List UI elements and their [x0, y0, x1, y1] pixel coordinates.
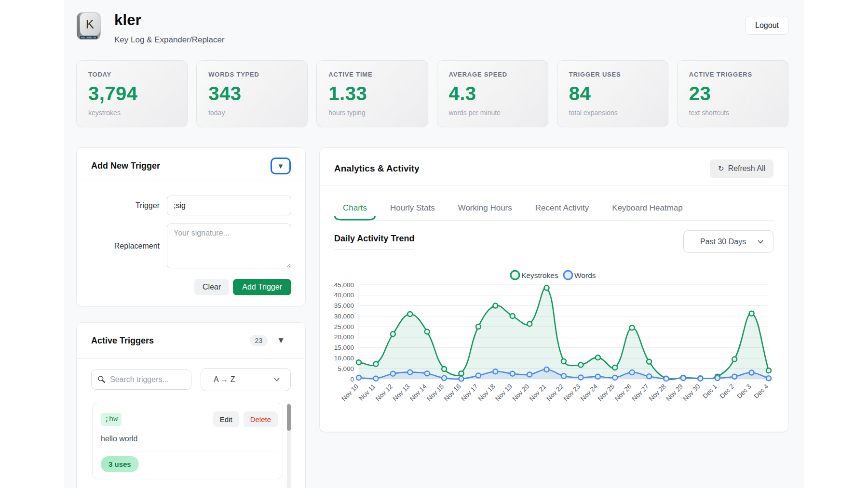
svg-text:Nov 27: Nov 27 [630, 383, 650, 403]
add-trigger-title: Add New Trigger [91, 161, 160, 171]
app-tagline: Key Log & Expander/Replacer [114, 35, 225, 45]
stat-value: 1.33 [328, 83, 416, 105]
tab-recent-activity[interactable]: Recent Activity [527, 203, 598, 220]
trigger-input[interactable] [167, 196, 291, 215]
svg-text:15,000: 15,000 [334, 344, 354, 351]
analytics-card: Analytics & Activity ↻ Refresh All Chart… [319, 147, 788, 432]
tab-charts[interactable]: Charts [334, 203, 376, 220]
trend-title: Daily Activity Trend [334, 234, 414, 250]
analytics-header: Analytics & Activity ↻ Refresh All [320, 148, 788, 186]
svg-text:0: 0 [350, 376, 354, 383]
stat-label: TRIGGER USES [569, 71, 656, 78]
trigger-controls: A → Z [77, 359, 305, 391]
stat-sublabel: words per minute [449, 109, 536, 117]
tabs-wrap: ChartsHourly StatsWorking HoursRecent Ac… [320, 186, 788, 221]
stat-card-trigger-uses: TRIGGER USES84total expansions [557, 60, 668, 127]
stat-value: 3,794 [88, 83, 176, 105]
collapse-triangle-icon[interactable]: ▼ [277, 336, 285, 345]
app-logo-keycap: K [76, 12, 101, 40]
tab-keyboard-heatmap[interactable]: Keyboard Heatmap [603, 203, 691, 220]
stat-value: 343 [208, 83, 296, 105]
stat-label: ACTIVE TIME [328, 71, 416, 78]
sort-select-value: A → Z [214, 375, 235, 384]
scrollbar-track[interactable] [287, 403, 291, 488]
add-trigger-header: Add New Trigger ▼ [77, 148, 305, 181]
tab-label: Hourly Stats [390, 203, 435, 212]
form-actions: Clear Add Trigger [91, 279, 291, 295]
svg-text:Nov 24: Nov 24 [579, 382, 599, 402]
brand: kler Key Log & Expander/Replacer [114, 12, 225, 45]
add-trigger-collapse-button[interactable]: ▼ [271, 158, 291, 174]
replacement-row: Replacement [91, 224, 291, 268]
chevron-down-icon [757, 238, 764, 246]
svg-text:Nov 18: Nov 18 [477, 383, 497, 403]
tab-label: Recent Activity [535, 203, 589, 212]
scrollbar-thumb[interactable] [287, 404, 291, 431]
svg-text:Nov 14: Nov 14 [408, 382, 428, 402]
svg-text:45,000: 45,000 [334, 281, 354, 289]
replacement-label: Replacement [91, 242, 167, 251]
logout-button[interactable]: Logout [746, 16, 788, 35]
active-triggers-card: Active Triggers 23 ▼ A [76, 322, 306, 488]
analytics-tabs: ChartsHourly StatsWorking HoursRecent Ac… [334, 186, 773, 221]
stat-value: 23 [689, 83, 776, 105]
edit-button[interactable]: Edit [213, 411, 239, 427]
svg-text:Nov 22: Nov 22 [545, 383, 565, 403]
svg-text:35,000: 35,000 [334, 302, 354, 309]
uses-row: 3 uses [101, 456, 278, 472]
chart-wrap: 05,00010,00015,00020,00025,00030,00035,0… [320, 253, 788, 415]
svg-text:Dec 2: Dec 2 [719, 383, 736, 400]
active-triggers-header: Active Triggers 23 ▼ [77, 323, 305, 359]
tab-working-hours[interactable]: Working Hours [449, 203, 521, 220]
trend-row: Daily Activity Trend Past 30 Days [320, 221, 788, 253]
trigger-item-actions: EditDelete [213, 411, 278, 427]
svg-text:Nov 15: Nov 15 [425, 383, 445, 403]
tab-label: Keyboard Heatmap [612, 203, 682, 212]
svg-text:Nov 13: Nov 13 [392, 383, 411, 403]
svg-text:Nov 16: Nov 16 [443, 383, 462, 403]
sort-select[interactable]: A → Z [201, 368, 291, 391]
stat-label: ACTIVE TRIGGERS [689, 71, 776, 78]
svg-text:Dec 1: Dec 1 [701, 383, 719, 400]
topbar: K kler Key Log & Expander/Replacer Logou… [76, 0, 788, 45]
trigger-item-divider [101, 451, 278, 451]
add-trigger-button[interactable]: Add Trigger [233, 279, 291, 295]
svg-text:5,000: 5,000 [338, 365, 354, 372]
stat-card-words-typed: WORDS TYPED343today [196, 60, 308, 127]
stat-card-active-triggers: ACTIVE TRIGGERS23text shortcuts [677, 60, 788, 127]
app-root: K kler Key Log & Expander/Replacer Logou… [64, 0, 804, 488]
svg-text:Keystrokes: Keystrokes [521, 271, 558, 279]
svg-text:Nov 12: Nov 12 [374, 383, 394, 403]
analytics-title: Analytics & Activity [334, 163, 420, 174]
active-triggers-header-right: 23 ▼ [250, 335, 291, 346]
svg-text:30,000: 30,000 [334, 313, 354, 320]
left-column: Add New Trigger ▼ Trigger Replacement Cl… [76, 147, 306, 488]
trigger-row: Trigger [91, 196, 291, 215]
refresh-all-button[interactable]: ↻ Refresh All [710, 159, 773, 178]
svg-text:20,000: 20,000 [334, 333, 354, 341]
range-select-value: Past 30 Days [700, 237, 746, 246]
svg-text:Nov 19: Nov 19 [494, 383, 514, 403]
replacement-textarea[interactable] [167, 224, 291, 268]
trigger-count-badge: 23 [250, 335, 268, 346]
delete-button[interactable]: Delete [244, 411, 278, 427]
main-grid: Add New Trigger ▼ Trigger Replacement Cl… [76, 147, 788, 488]
stat-label: WORDS TYPED [208, 71, 296, 78]
svg-text:Dec 3: Dec 3 [735, 383, 753, 400]
search-triggers-input[interactable] [91, 369, 191, 390]
trigger-item: ;hwEditDeletehello world3 uses [92, 403, 283, 479]
svg-text:Nov 25: Nov 25 [597, 383, 616, 403]
svg-text:Nov 17: Nov 17 [460, 383, 479, 403]
triangle-down-icon: ▼ [277, 162, 285, 170]
svg-text:Nov 11: Nov 11 [357, 383, 377, 402]
range-select[interactable]: Past 30 Days [683, 230, 773, 253]
trigger-list: ;hwEditDeletehello world3 uses [92, 403, 291, 488]
stat-sublabel: total expansions [569, 109, 656, 117]
svg-text:Nov 26: Nov 26 [613, 383, 633, 403]
svg-text:Nov 21: Nov 21 [528, 383, 548, 403]
svg-text:Nov 23: Nov 23 [562, 383, 582, 403]
chevron-down-icon [273, 376, 281, 383]
clear-button[interactable]: Clear [194, 279, 229, 295]
stat-sublabel: keystrokes [88, 109, 176, 117]
tab-hourly-stats[interactable]: Hourly Stats [381, 203, 444, 220]
